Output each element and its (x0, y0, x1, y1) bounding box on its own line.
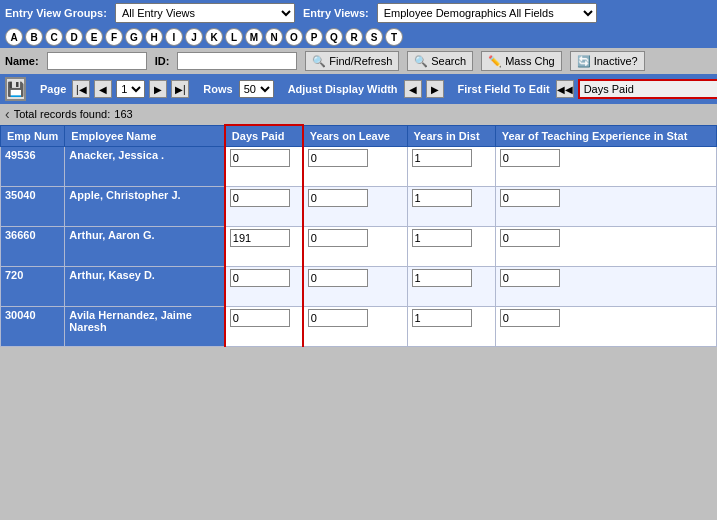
prev-page-button[interactable]: ◀ (94, 80, 112, 98)
col-years-in-dist: Years in Dist (407, 125, 495, 147)
cell-years-on-leave-input[interactable] (308, 229, 368, 247)
entry-view-bar: Entry View Groups: All Entry Views Entry… (0, 0, 717, 26)
adjust-width-label: Adjust Display Width (288, 83, 398, 95)
cell-emp-name: Arthur, Aaron G. (65, 227, 225, 267)
total-records-label: Total records found: (14, 108, 111, 120)
cell-emp-name: Anacker, Jessica . (65, 147, 225, 187)
last-page-button[interactable]: ▶| (171, 80, 189, 98)
inactive-icon: 🔄 (577, 55, 591, 68)
cell-year-teaching-input[interactable] (500, 269, 560, 287)
cell-years-on-leave-input[interactable] (308, 149, 368, 167)
alpha-btn-n[interactable]: N (265, 28, 283, 46)
cell-emp-num: 720 (1, 267, 65, 307)
alpha-btn-j[interactable]: J (185, 28, 203, 46)
alpha-btn-c[interactable]: C (45, 28, 63, 46)
cell-years-in-dist-input[interactable] (412, 189, 472, 207)
next-page-button[interactable]: ▶ (149, 80, 167, 98)
table-row: 36660Arthur, Aaron G. (1, 227, 717, 267)
entry-view-groups-select[interactable]: All Entry Views (115, 3, 295, 23)
first-field-select[interactable]: Days Paid Years on Leave Years in Dist Y… (578, 79, 717, 99)
cell-years-in-dist-input[interactable] (412, 269, 472, 287)
binoculars-icon: 🔍 (312, 55, 326, 68)
table-row: 35040Apple, Christopher J. (1, 187, 717, 227)
alpha-btn-l[interactable]: L (225, 28, 243, 46)
alpha-btn-d[interactable]: D (65, 28, 83, 46)
cell-years-in-dist-input[interactable] (412, 309, 472, 327)
cell-emp-name: Apple, Christopher J. (65, 187, 225, 227)
cell-days-paid-input[interactable] (230, 189, 290, 207)
entry-view-groups-label: Entry View Groups: (5, 7, 107, 19)
collapse-arrow[interactable]: ‹ (5, 106, 10, 122)
entry-views-select[interactable]: Employee Demographics All Fields (377, 3, 597, 23)
mass-chg-icon: ✏️ (488, 55, 502, 68)
cell-days-paid-input[interactable] (230, 309, 290, 327)
cell-emp-num: 49536 (1, 147, 65, 187)
cell-years-on-leave-input[interactable] (308, 309, 368, 327)
alpha-btn-f[interactable]: F (105, 28, 123, 46)
records-bar: ‹ Total records found: 163 (0, 104, 717, 124)
id-input[interactable] (177, 52, 297, 70)
cell-days-paid-input[interactable] (230, 229, 290, 247)
rows-label: Rows (203, 83, 232, 95)
cell-years-on-leave-input[interactable] (308, 269, 368, 287)
cell-year-teaching-input[interactable] (500, 189, 560, 207)
alpha-btn-g[interactable]: G (125, 28, 143, 46)
alpha-btn-k[interactable]: K (205, 28, 223, 46)
cell-days-paid-input[interactable] (230, 269, 290, 287)
alpha-btn-a[interactable]: A (5, 28, 23, 46)
first-page-button[interactable]: |◀ (72, 80, 90, 98)
inactive-button[interactable]: 🔄 Inactive? (570, 51, 645, 71)
toolbar: 💾 Page |◀ ◀ 1 ▶ ▶| Rows 50 Adjust Displa… (0, 74, 717, 104)
name-input[interactable] (47, 52, 147, 70)
entry-views-label: Entry Views: (303, 7, 369, 19)
cell-year-teaching-input[interactable] (500, 229, 560, 247)
cell-years-in-dist-input[interactable] (412, 229, 472, 247)
search-button[interactable]: 🔍 Search (407, 51, 473, 71)
col-days-paid: Days Paid (225, 125, 303, 147)
alpha-bar: ABCDEFGHIJKLMNOPQRST (0, 26, 717, 48)
cell-year-teaching-input[interactable] (500, 149, 560, 167)
col-year-teaching: Year of Teaching Experience in Stat (495, 125, 716, 147)
cell-emp-num: 36660 (1, 227, 65, 267)
alpha-btn-s[interactable]: S (365, 28, 383, 46)
col-emp-num: Emp Num (1, 125, 65, 147)
alpha-btn-b[interactable]: B (25, 28, 43, 46)
alpha-btn-r[interactable]: R (345, 28, 363, 46)
cell-years-in-dist-input[interactable] (412, 149, 472, 167)
col-emp-name: Employee Name (65, 125, 225, 147)
col-years-on-leave: Years on Leave (303, 125, 407, 147)
cell-days-paid-input[interactable] (230, 149, 290, 167)
find-refresh-button[interactable]: 🔍 Find/Refresh (305, 51, 399, 71)
first-field-prev-button[interactable]: ◀◀ (556, 80, 574, 98)
alpha-btn-q[interactable]: Q (325, 28, 343, 46)
save-icon: 💾 (7, 81, 24, 97)
table-row: 30040Avila Hernandez, Jaime Naresh (1, 307, 717, 347)
alpha-btn-p[interactable]: P (305, 28, 323, 46)
table-header-row: Emp Num Employee Name Days Paid Years on… (1, 125, 717, 147)
cell-years-on-leave-input[interactable] (308, 189, 368, 207)
name-label: Name: (5, 55, 39, 67)
alpha-btn-t[interactable]: T (385, 28, 403, 46)
grid-container: Emp Num Employee Name Days Paid Years on… (0, 124, 717, 459)
alpha-btn-i[interactable]: I (165, 28, 183, 46)
save-button[interactable]: 💾 (5, 77, 26, 101)
table-row: 49536Anacker, Jessica . (1, 147, 717, 187)
page-label: Page (40, 83, 66, 95)
alpha-btn-h[interactable]: H (145, 28, 163, 46)
cell-year-teaching-input[interactable] (500, 309, 560, 327)
table-row: 720Arthur, Kasey D. (1, 267, 717, 307)
alpha-btn-o[interactable]: O (285, 28, 303, 46)
page-select[interactable]: 1 (116, 80, 145, 98)
adjust-width-right-button[interactable]: ▶ (426, 80, 444, 98)
alpha-btn-e[interactable]: E (85, 28, 103, 46)
adjust-width-left-button[interactable]: ◀ (404, 80, 422, 98)
cell-emp-num: 35040 (1, 187, 65, 227)
data-table: Emp Num Employee Name Days Paid Years on… (0, 124, 717, 347)
id-label: ID: (155, 55, 170, 67)
rows-select[interactable]: 50 (239, 80, 274, 98)
cell-emp-name: Avila Hernandez, Jaime Naresh (65, 307, 225, 347)
alpha-btn-m[interactable]: M (245, 28, 263, 46)
cell-emp-num: 30040 (1, 307, 65, 347)
mass-chg-button[interactable]: ✏️ Mass Chg (481, 51, 562, 71)
first-field-label: First Field To Edit (458, 83, 550, 95)
